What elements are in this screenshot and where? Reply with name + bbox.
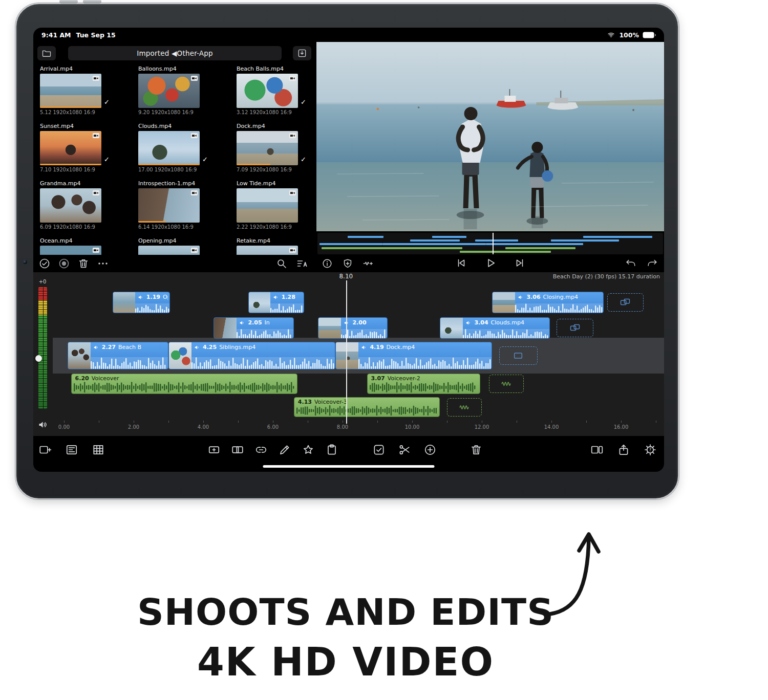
play-icon[interactable] [484,257,497,269]
clip-thumbnail[interactable] [138,188,200,223]
clip-thumbnail[interactable] [138,246,200,255]
usage-indicator [237,164,270,165]
library-breadcrumb[interactable]: Imported ◀Other-App [68,46,282,60]
clip-thumbnail[interactable] [40,188,101,223]
ruler-label: 12.00 [475,424,489,430]
media-library-panel: Imported ◀Other-App Arrival.mp4✓5.12 192… [33,42,316,272]
wave-plus-icon[interactable] [362,258,374,269]
timeline-panel[interactable]: 8.10 Beach Day (2) (30 fps) 15.17 durati… [33,272,664,436]
record-icon[interactable] [58,257,70,270]
link-icon[interactable] [254,443,268,456]
camera-icon [289,247,296,253]
redo-icon[interactable] [647,258,658,269]
settings-help-icon[interactable]: ? [644,443,657,456]
clip-thumbnail[interactable] [40,131,101,165]
waveform [296,405,438,415]
add-source-icon[interactable] [38,443,52,456]
library-clip[interactable]: Introspection-1.mp46.14 1920x1080 16:9 [138,180,226,237]
undo-icon[interactable] [625,258,636,269]
library-clip[interactable]: Opening.mp4 [138,237,226,255]
overwrite-icon[interactable] [231,443,244,456]
timeline-placeholder[interactable] [489,375,524,393]
timeline-video-clip[interactable]: 4.25Siblings.mp4 [168,342,335,369]
library-clip[interactable]: Ocean.mp4 [40,237,128,255]
overview-clip-bar [551,239,619,242]
clip-thumbnail[interactable] [237,74,298,108]
check-icon: ✓ [202,156,208,165]
timeline-audio-clip[interactable]: 4.13Voiceover-3 [294,397,440,417]
playhead-line[interactable] [346,280,347,424]
clip-thumbnail[interactable] [138,74,200,108]
pencil-icon[interactable] [278,443,291,456]
skip-back-icon[interactable] [455,257,467,269]
overview-timeline[interactable] [317,233,663,254]
clip-thumbnail[interactable] [138,131,200,165]
speaker-icon [361,344,367,351]
more-icon[interactable] [97,257,109,270]
library-clip[interactable]: Retake.mp4 [237,237,316,255]
volume-slider-knob[interactable] [35,355,42,362]
overview-playhead[interactable] [493,233,494,254]
library-clip[interactable]: Low Tide.mp42.22 1920x1080 16:9 [237,180,316,237]
info-icon[interactable] [322,258,333,269]
timeline-ruler[interactable]: 0.002.004.006.008.0010.0012.0014.0016.00 [33,420,664,434]
library-clip[interactable]: Clouds.mp4✓17.00 1920x1080 16:9 [138,123,226,180]
trash-icon[interactable] [470,443,483,456]
waveform [370,382,478,392]
trash-icon[interactable] [77,257,90,270]
clip-title: Voiceover-2 [388,375,420,382]
timeline-placeholder[interactable] [557,319,593,337]
frames-icon[interactable] [92,443,105,456]
timeline-audio-clip[interactable]: 3.07Voiceover-2 [367,374,480,394]
library-clip[interactable]: Beach Balls.mp4✓3.12 1920x1080 16:9 [237,65,316,123]
clip-title: Voiceover [92,375,119,382]
preview-video[interactable] [316,42,664,231]
timeline-video-clip[interactable]: 2.00 [318,317,388,339]
library-clip[interactable]: Balloons.mp49.20 1920x1080 16:9 [138,65,226,123]
clip-thumbnail[interactable] [237,188,298,223]
clip-list-icon[interactable] [65,443,78,456]
timeline-video-clip[interactable]: 3.06Closing.mp4 [492,292,604,313]
library-clip[interactable]: Arrival.mp4✓5.12 1920x1080 16:9 [40,65,128,123]
toolbar-group-delete [470,443,483,456]
clip-thumbnail[interactable] [237,131,298,165]
library-folder-button[interactable] [37,46,56,60]
clipboard-icon[interactable] [325,443,338,456]
insert-icon[interactable] [207,443,221,456]
select-check-icon[interactable] [372,443,386,456]
camera-icon [190,247,198,253]
clock: 9:41 AM [41,31,71,39]
timeline-placeholder[interactable] [447,398,482,417]
select-circle-icon[interactable] [38,257,51,270]
share-icon[interactable] [617,443,630,456]
skip-forward-icon[interactable] [514,257,526,269]
scissors-icon[interactable] [398,443,411,456]
timeline-placeholder[interactable] [499,346,538,365]
library-clip[interactable]: Dock.mp4✓7.09 1920x1080 16:9 [237,123,316,180]
overview-clip-bar [348,236,383,238]
library-clip[interactable]: Sunset.mp4✓7.10 1920x1080 16:9 [40,123,128,180]
timeline-video-clip[interactable]: 2.05In [214,317,293,339]
star-icon[interactable] [302,443,315,456]
add-circle-icon[interactable] [423,443,437,456]
library-import-button[interactable] [293,46,311,60]
ruler-label: 6.00 [267,424,279,430]
clip-thumbnail[interactable] [237,246,298,255]
library-clip[interactable]: Grandma.mp46.09 1920x1080 16:9 [40,180,128,237]
timeline-video-clip[interactable]: 1.19Oper [113,292,170,313]
timeline-audio-clip[interactable]: 6.20Voiceover [71,374,297,394]
shield-plus-icon[interactable] [342,258,353,269]
search-icon[interactable] [275,257,288,270]
sort-icon[interactable] [296,257,308,270]
timeline-placeholder[interactable] [607,293,644,312]
home-indicator[interactable] [263,465,435,468]
clip-thumbnail[interactable] [40,246,101,255]
timeline-video-clip[interactable]: 4.19Dock.mp4 [335,342,492,369]
camera-icon [92,75,100,81]
timeline-video-clip[interactable]: 2.27Beach B [68,342,168,369]
layout-icon[interactable] [590,443,604,456]
timeline-video-clip[interactable]: 3.04Clouds.mp4 [440,317,549,339]
clip-frame-thumbnail [493,292,515,313]
timeline-video-clip[interactable]: 1.28 [248,292,304,313]
clip-thumbnail[interactable] [40,74,101,108]
